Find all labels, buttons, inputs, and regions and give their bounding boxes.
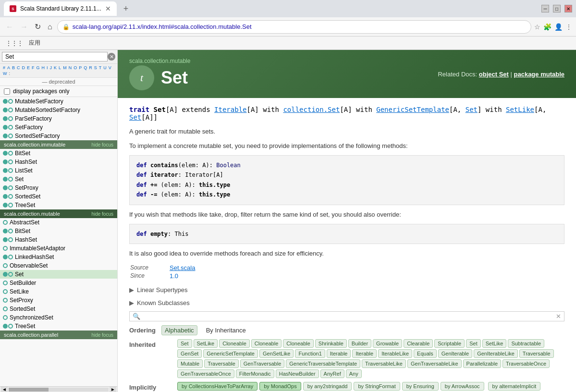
alpha-C[interactable]: C — [16, 65, 21, 71]
alpha-E[interactable]: E — [26, 65, 31, 71]
list-item[interactable]: SetFactory — [0, 123, 117, 132]
impl-tag-Ensuring[interactable]: by Ensuring — [402, 382, 439, 391]
bookmarks-grid-icon[interactable]: ⋮⋮⋮ — [6, 40, 23, 47]
search-input[interactable] — [2, 52, 108, 61]
tag-Builder[interactable]: Builder — [348, 339, 371, 348]
home-button[interactable]: ⌂ — [46, 21, 54, 33]
known-subclasses-header[interactable]: ▶ Known Subclasses — [129, 298, 564, 307]
list-item[interactable]: TreeSet — [0, 201, 117, 209]
list-item[interactable]: BitSet — [0, 149, 117, 158]
tag-IterableLike[interactable]: IterableLike — [378, 349, 412, 358]
tag-Cloneable1[interactable]: Cloneable — [219, 339, 250, 348]
alpha-A[interactable]: A — [6, 65, 11, 71]
alpha-K[interactable]: K — [53, 65, 58, 71]
bookmark-apps-label[interactable]: 应用 — [29, 39, 40, 47]
tag-GenIterable[interactable]: GenIterable — [438, 349, 472, 358]
list-item[interactable]: BitSet — [0, 227, 117, 235]
tag-Mutable[interactable]: Mutable — [177, 359, 203, 368]
back-button[interactable]: ← — [4, 21, 15, 33]
tag-Iterable2[interactable]: Iterable — [352, 349, 377, 358]
hide-focus-parallel[interactable]: hide focus — [91, 332, 113, 338]
reload-button[interactable]: ↻ — [33, 20, 43, 33]
list-item[interactable]: MutableSortedSetFactory — [0, 106, 117, 114]
alpha-P[interactable]: P — [78, 65, 83, 71]
ordering-alphabetic-button[interactable]: Alphabetic — [161, 325, 197, 335]
list-item[interactable]: ParSetFactory — [0, 114, 117, 123]
tag-TraversableOnce[interactable]: TraversableOnce — [502, 359, 550, 368]
tag-GenTraversableOnce[interactable]: GenTraversableOnce — [177, 369, 234, 378]
impl-tag-alternateImplicit[interactable]: by alternateImplicit — [488, 382, 541, 391]
list-item[interactable]: SortedSet — [0, 305, 117, 313]
alpha-G[interactable]: G — [36, 65, 41, 71]
list-item[interactable]: SortedSetFactory — [0, 132, 117, 140]
ordering-by-inheritance-button[interactable]: By Inheritance — [203, 326, 249, 335]
list-item[interactable]: SetProxy — [0, 184, 117, 192]
tag-Equals[interactable]: Equals — [414, 349, 437, 358]
tag-FilterMonadic[interactable]: FilterMonadic — [236, 369, 274, 378]
hide-focus-mutable[interactable]: hide focus — [91, 211, 113, 217]
tag-GenSetLike[interactable]: GenSetLike — [259, 349, 294, 358]
address-bar[interactable]: 🔒 scala-lang.org/api/2.11.x/index.html#s… — [57, 20, 531, 34]
tag-GenericTraversableTemplate[interactable]: GenericTraversableTemplate — [286, 359, 360, 368]
tag-Shrinkable[interactable]: Shrinkable — [315, 339, 347, 348]
alpha-F[interactable]: F — [31, 65, 36, 71]
alpha-S[interactable]: S — [93, 65, 98, 71]
tag-HasNewBuilder[interactable]: HasNewBuilder — [276, 369, 319, 378]
tag-GenSet[interactable]: GenSet — [177, 349, 202, 358]
alpha-B[interactable]: B — [11, 65, 16, 71]
profile-button[interactable]: 👤 — [554, 23, 563, 31]
list-item[interactable]: LinkedHashSet — [0, 253, 117, 261]
list-item[interactable]: SynchronizedSet — [0, 313, 117, 322]
member-search-clear[interactable]: ✕ — [556, 313, 561, 320]
tag-GenericSetTemplate[interactable]: GenericSetTemplate — [203, 349, 258, 358]
bookmark-star-button[interactable]: ☆ — [534, 23, 540, 31]
tag-Scriptable[interactable]: Scriptable — [434, 339, 465, 348]
alpha-W[interactable]: W — [2, 71, 8, 76]
tag-Traversable2[interactable]: Traversable — [204, 359, 239, 368]
list-item[interactable]: ImmutableSetAdaptor — [0, 244, 117, 253]
list-item[interactable]: TreeSet — [0, 322, 117, 331]
tag-GenIterableLike[interactable]: GenIterableLike — [474, 349, 518, 358]
alpha-U[interactable]: U — [102, 65, 108, 71]
scroll-left-button[interactable]: ◄ — [1, 387, 8, 392]
list-item[interactable]: ObservableSet — [0, 261, 117, 270]
set-link-sig[interactable]: Set — [466, 106, 478, 113]
tag-TraversableLike[interactable]: TraversableLike — [362, 359, 406, 368]
maximize-button[interactable]: □ — [553, 5, 561, 12]
setlike-link[interactable]: SetLike — [506, 106, 534, 113]
collection-set-link[interactable]: collection.Set — [283, 106, 340, 113]
alpha-O[interactable]: O — [73, 65, 78, 71]
scroll-right-button[interactable]: ► — [110, 387, 116, 392]
source-link[interactable]: Set.scala — [170, 264, 195, 271]
list-item[interactable]: HashSet — [0, 235, 117, 244]
menu-button[interactable]: ⋮ — [565, 23, 572, 31]
tag-Traversable1[interactable]: Traversable — [519, 349, 554, 358]
impl-tag-CollectionsHaveToParArray[interactable]: by CollectionsHaveToParArray — [177, 382, 257, 391]
alpha-R[interactable]: R — [88, 65, 93, 71]
list-item[interactable]: ListSet — [0, 166, 117, 175]
tag-Cloneable2[interactable]: Cloneable — [251, 339, 282, 348]
package-header-immutable[interactable]: scala.collection.immutable hide focus — [0, 140, 117, 149]
impl-tag-ArrowAssoc[interactable]: by ArrowAssoc — [441, 382, 484, 391]
member-search-input[interactable] — [142, 313, 556, 320]
tag-Any[interactable]: Any — [346, 369, 362, 378]
tag-AnyRef[interactable]: AnyRef — [320, 369, 344, 378]
tag-Function1[interactable]: Function1 — [295, 349, 325, 358]
new-tab-button[interactable]: + — [121, 4, 132, 14]
iterable-link[interactable]: Iterable — [214, 106, 246, 113]
forward-button[interactable]: → — [18, 21, 30, 33]
tab-close-button[interactable]: ✕ — [105, 5, 111, 12]
impl-tag-MonadOps[interactable]: by MonadOps — [259, 382, 301, 391]
hide-focus-immutable[interactable]: hide focus — [91, 142, 113, 147]
search-clear-button[interactable]: ✕ — [108, 53, 115, 61]
list-item[interactable]: SetProxy — [0, 296, 117, 305]
tag-Set1[interactable]: Set — [177, 339, 192, 348]
tag-Subtractable[interactable]: Subtractable — [508, 339, 544, 348]
list-item[interactable]: Set — [0, 175, 117, 184]
alpha-H[interactable]: H — [41, 65, 46, 71]
display-packages-checkbox[interactable] — [4, 88, 10, 95]
alpha-L[interactable]: L — [58, 65, 62, 71]
list-item[interactable]: Set — [0, 270, 117, 279]
breadcrumb[interactable]: scala.collection.mutable — [129, 58, 190, 64]
tag-Iterable1[interactable]: Iterable — [327, 349, 351, 358]
